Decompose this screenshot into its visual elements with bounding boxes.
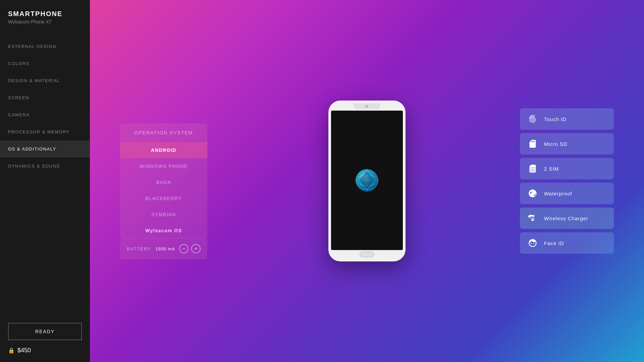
os-panel-title: OPERATION SYSTEM bbox=[120, 123, 207, 142]
feature-item-wireless-charger[interactable]: Wireless Charger bbox=[520, 207, 614, 229]
os-item-windows-phone[interactable]: WINDOWS PHONE bbox=[120, 158, 207, 174]
main-content: OPERATION SYSTEM ANDROIDWINDOWS PHONEBAD… bbox=[90, 0, 644, 362]
battery-label: BATTERY bbox=[127, 246, 151, 251]
os-list: ANDROIDWINDOWS PHONEBADABLACKBERRYSYMBIA… bbox=[120, 142, 207, 239]
sim-icon bbox=[527, 163, 539, 175]
sd-card-icon bbox=[527, 138, 539, 150]
sidebar: SMARTPHONE Wylsacom Phone X7 EXTERNAL DE… bbox=[0, 0, 90, 362]
phone-camera-dot bbox=[366, 105, 368, 108]
price-value: $450 bbox=[17, 347, 31, 354]
battery-controls: − + bbox=[179, 244, 201, 253]
phone-body bbox=[328, 101, 406, 261]
phone-mockup bbox=[328, 101, 406, 261]
sidebar-nav: EXTERNAL DESIGNCOLORSDESIGN & MATERIALSC… bbox=[0, 38, 90, 175]
sidebar-item-processor-memory[interactable]: PROCESSOR & MEMORY bbox=[0, 123, 90, 140]
price-row: 🔒 $450 bbox=[8, 347, 82, 354]
water-icon bbox=[527, 187, 539, 199]
sidebar-item-os-additionaly[interactable]: OS & ADDITIONALY bbox=[0, 140, 90, 158]
sidebar-item-camera[interactable]: CAMERA bbox=[0, 106, 90, 123]
os-panel: OPERATION SYSTEM ANDROIDWINDOWS PHONEBAD… bbox=[120, 123, 207, 239]
sidebar-item-design-material[interactable]: DESIGN & MATERIAL bbox=[0, 72, 90, 89]
feature-label-micro-sd: Micro SD bbox=[544, 141, 568, 147]
sidebar-item-dynamics-sound[interactable]: DYNAMICS & SOUND bbox=[0, 158, 90, 175]
app-brand: SMARTPHONE bbox=[8, 10, 82, 18]
app-model: Wylsacom Phone X7 bbox=[8, 19, 82, 24]
phone-notch bbox=[354, 103, 380, 109]
feature-label-face-id: Face ID bbox=[544, 240, 564, 246]
battery-panel: BATTERY 1500 mA − + bbox=[120, 238, 207, 259]
os-item-symbian[interactable]: SYMBIAN bbox=[120, 206, 207, 223]
feature-item-face-id[interactable]: Face ID bbox=[520, 232, 614, 254]
sidebar-item-screen[interactable]: SCREEN bbox=[0, 89, 90, 106]
battery-value: 1500 mA bbox=[155, 246, 175, 251]
fingerprint-icon bbox=[527, 113, 539, 125]
sidebar-item-external-design[interactable]: EXTERNAL DESIGN bbox=[0, 38, 90, 55]
os-item-bada[interactable]: BADA bbox=[120, 174, 207, 190]
features-panel: Touch ID Micro SD 2 SIM Waterproof Wirel… bbox=[520, 108, 614, 254]
face-icon bbox=[527, 237, 539, 249]
phone-home-button[interactable] bbox=[360, 251, 374, 257]
ready-button[interactable]: READY bbox=[8, 323, 82, 340]
wireless-icon bbox=[527, 212, 539, 224]
feature-item-touch-id[interactable]: Touch ID bbox=[520, 108, 614, 130]
feature-label-waterproof: Waterproof bbox=[544, 191, 572, 196]
feature-item-micro-sd[interactable]: Micro SD bbox=[520, 133, 614, 155]
feature-item-waterproof[interactable]: Waterproof bbox=[520, 183, 614, 204]
battery-minus-button[interactable]: − bbox=[179, 244, 189, 253]
phone-screen bbox=[331, 111, 403, 250]
phone-logo bbox=[354, 167, 380, 194]
sidebar-item-colors[interactable]: COLORS bbox=[0, 55, 90, 72]
os-item-blackberry[interactable]: BLACKBERRY bbox=[120, 190, 207, 206]
battery-info: BATTERY 1500 mA bbox=[127, 246, 175, 252]
lock-icon: 🔒 bbox=[8, 347, 15, 354]
feature-item-2-sim[interactable]: 2 SIM bbox=[520, 158, 614, 179]
os-item-wylsacom-os[interactable]: Wylsacom OS bbox=[120, 223, 207, 239]
feature-label-2-sim: 2 SIM bbox=[544, 166, 559, 172]
feature-label-touch-id: Touch ID bbox=[544, 116, 567, 122]
battery-plus-button[interactable]: + bbox=[191, 244, 201, 253]
sidebar-footer: READY 🔒 $450 bbox=[0, 315, 90, 362]
feature-label-wireless-charger: Wireless Charger bbox=[544, 216, 588, 221]
os-item-android[interactable]: ANDROID bbox=[120, 142, 207, 158]
sidebar-header: SMARTPHONE Wylsacom Phone X7 bbox=[0, 0, 90, 38]
